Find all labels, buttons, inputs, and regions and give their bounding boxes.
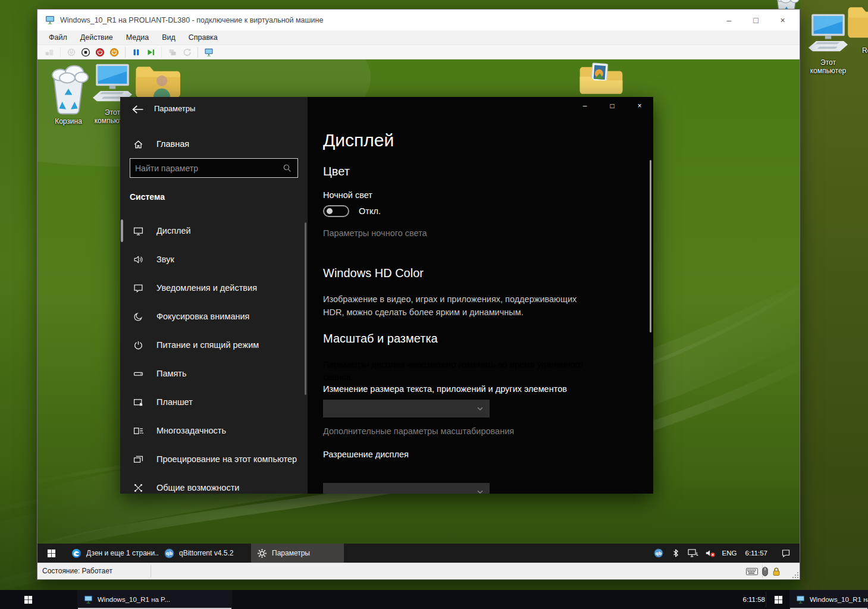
guest-system-tray: qb ENG 6:11:57	[653, 544, 800, 563]
color-section-heading: Цвет	[323, 165, 350, 178]
bluetooth-icon[interactable]	[670, 548, 681, 558]
vm-window-title: Windows_10_R1 на PROLIANT-DL380 - подклю…	[60, 16, 323, 24]
vm-minimize-button[interactable]: –	[716, 10, 742, 30]
shut-down-icon	[95, 48, 105, 57]
settings-close-button[interactable]: ×	[626, 97, 653, 115]
звук-nav-item[interactable]: Звук	[120, 245, 308, 274]
guest-clock[interactable]: 6:11:57	[745, 550, 767, 557]
enhanced-session-button[interactable]	[202, 46, 216, 59]
host-folder-label: Ron	[845, 46, 868, 55]
volume-muted-icon[interactable]	[705, 548, 716, 558]
sidebar-section-title: Система	[130, 192, 165, 202]
checkpoint-button[interactable]	[165, 46, 180, 59]
vm-close-button[interactable]: ×	[769, 10, 796, 30]
scale-dropdown[interactable]	[323, 400, 490, 417]
медиа-menu[interactable]: Медиа	[120, 30, 155, 45]
save-state-icon	[109, 48, 119, 57]
vm-titlebar[interactable]: Windows_10_R1 на PROLIANT-DL380 - подклю…	[37, 10, 800, 30]
параметры-taskbar-item[interactable]: Параметры	[251, 544, 344, 563]
settings-content: – □ × Дисплей Цвет Ночной свет Откл. Пар…	[308, 97, 653, 494]
дисплей-nav-item[interactable]: Дисплей	[120, 216, 308, 245]
resize-grip[interactable]	[791, 570, 798, 578]
reset-button[interactable]	[143, 46, 158, 59]
вид-menu[interactable]: Вид	[155, 30, 182, 45]
chevron-down-icon	[475, 487, 485, 494]
qbittorrent-icon[interactable]: qb	[653, 548, 664, 558]
remote-session-warning: Параметры дисплея невозможно изменить во…	[323, 359, 588, 384]
host-vm-taskbar-item-monitor2[interactable]: Windows_10_R1 на P.	[789, 590, 868, 609]
night-light-settings-link[interactable]: Параметры ночного света	[323, 228, 427, 238]
pause-button[interactable]	[129, 46, 143, 59]
enhanced-session-icon	[204, 48, 214, 57]
action-center-icon[interactable]	[781, 548, 791, 558]
tablet-icon	[133, 397, 143, 407]
turn-off-button[interactable]	[79, 46, 93, 59]
settings-nav-list: Дисплей Звук Уведомления и действия	[120, 216, 308, 494]
night-light-label: Ночной свет	[323, 190, 372, 200]
vm-connection-window: Windows_10_R1 на PROLIANT-DL380 - подклю…	[37, 9, 800, 580]
guest-recycle-bin-label: Корзина	[45, 118, 92, 126]
edge-icon	[71, 548, 82, 558]
start-icon[interactable]	[767, 590, 789, 609]
content-scrollbar[interactable]	[650, 160, 651, 332]
lock-status-icon	[772, 567, 781, 576]
resolution-dropdown[interactable]	[323, 483, 490, 494]
vm-maximize-button[interactable]: □	[742, 10, 769, 30]
settings-window: Параметры Главная Система Дисплей	[120, 97, 653, 494]
home-icon	[133, 139, 143, 149]
start-vm-button[interactable]	[64, 46, 79, 59]
дзен-и-еще-1-страни...-taskbar-item[interactable]: Дзен и еще 1 страни...	[65, 544, 158, 563]
start-icon[interactable]	[14, 590, 42, 609]
search-icon[interactable]	[283, 164, 292, 172]
hdr-description: Изображение в видео, играх и приложениях…	[323, 293, 584, 319]
vm-toolbar	[37, 45, 800, 59]
second-monitor-desktop	[800, 0, 868, 590]
фокусировка-внимания-nav-item[interactable]: Фокусировка внимания	[120, 302, 308, 331]
advanced-scaling-link[interactable]: Дополнительные параметры масштабирования	[323, 426, 514, 436]
питание-и-спящий-режим-nav-item[interactable]: Питание и спящий режим	[120, 331, 308, 359]
shut-down-button[interactable]	[93, 46, 107, 59]
sidebar-item-home[interactable]: Главная	[120, 133, 308, 155]
host-clock[interactable]: 6:11:58	[731, 590, 765, 609]
справка-menu[interactable]: Справка	[182, 30, 224, 45]
resolution-label: Разрешение дисплея	[323, 450, 409, 459]
project-icon	[133, 454, 143, 464]
display-icon	[133, 226, 143, 236]
revert-button[interactable]	[180, 46, 194, 59]
host-vm-taskbar-item[interactable]: Windows_10_R1 на P...	[77, 590, 232, 609]
файл-menu[interactable]: Файл	[42, 30, 74, 45]
vm-status-bar: Состояние: Работает	[37, 563, 800, 579]
start-icon[interactable]	[37, 544, 65, 563]
guest-recycle-bin-icon[interactable]: Корзина	[45, 63, 92, 126]
settings-minimize-button[interactable]: –	[571, 97, 598, 115]
recycle-bin-icon	[45, 63, 92, 115]
settings-search-box	[130, 158, 298, 178]
sidebar-scrollbar[interactable]	[305, 222, 306, 395]
планшет-nav-item[interactable]: Планшет	[120, 388, 308, 416]
guest-taskbar: Дзен и еще 1 страни... qb qBittorrent v4…	[37, 544, 800, 563]
vm-status-icons	[746, 563, 781, 579]
back-arrow-icon[interactable]	[131, 104, 145, 115]
уведомления-и-действия-nav-item[interactable]: Уведомления и действия	[120, 274, 308, 302]
network-display-icon[interactable]	[688, 548, 698, 558]
многозадачность-nav-item[interactable]: Многозадачность	[120, 416, 308, 445]
ctrl-alt-del-button[interactable]	[42, 46, 57, 59]
qbittorrent-v4.5.2-taskbar-item[interactable]: qb qBittorrent v4.5.2	[158, 544, 251, 563]
night-light-toggle[interactable]	[323, 205, 349, 217]
hdr-section-heading: Windows HD Color	[323, 266, 424, 280]
действие-menu[interactable]: Действие	[74, 30, 120, 45]
save-state-button[interactable]	[107, 46, 121, 59]
ctrl-alt-del-icon	[45, 48, 54, 57]
settings-sidebar: Параметры Главная Система Дисплей	[120, 97, 308, 494]
host-taskbar: Windows_10_R1 на P... 6:11:58 Windows_10…	[0, 590, 868, 609]
chevron-down-icon	[475, 404, 485, 413]
проецирование-на-этот-компьютер-nav-item[interactable]: Проецирование на этот компьютер	[120, 445, 308, 473]
host-folder-icon[interactable]: Ron	[845, 4, 868, 55]
память-nav-item[interactable]: Память	[120, 359, 308, 388]
settings-search-input[interactable]	[130, 164, 283, 173]
settings-maximize-button[interactable]: □	[598, 97, 626, 115]
guest-desktop: Корзина Этот компьютер Параметры Главная	[37, 59, 800, 544]
share-icon	[133, 483, 143, 493]
language-indicator[interactable]: ENG	[722, 550, 737, 557]
общие-возможности-nav-item[interactable]: Общие возможности	[120, 473, 308, 494]
